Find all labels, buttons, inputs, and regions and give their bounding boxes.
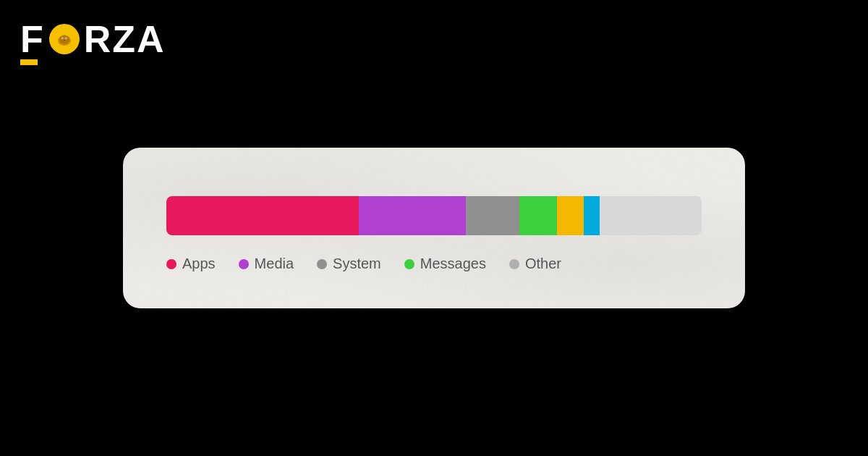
legend-item-system: System <box>317 256 381 272</box>
legend-label-other: Other <box>525 256 561 272</box>
bar-segment-cyan <box>584 196 600 235</box>
legend-item-media: Media <box>239 256 294 272</box>
svg-point-6 <box>62 38 63 39</box>
storage-card: AppsMediaSystemMessagesOther <box>123 148 745 308</box>
legend-label-media: Media <box>255 256 294 272</box>
legend-dot-other <box>509 259 519 269</box>
svg-point-7 <box>66 38 67 39</box>
svg-point-8 <box>64 40 65 41</box>
bar-segment-yellow <box>557 196 584 235</box>
storage-bar <box>166 196 702 235</box>
bar-segment-apps <box>166 196 359 235</box>
legend-dot-media <box>239 259 249 269</box>
legend-dot-system <box>317 259 327 269</box>
bar-segment-system <box>466 196 519 235</box>
legend-dot-messages <box>404 259 414 269</box>
legend-item-other: Other <box>509 256 561 272</box>
logo-vertelt <box>20 59 38 65</box>
bar-segment-empty <box>600 196 702 235</box>
legend-item-messages: Messages <box>404 256 486 272</box>
legend-dot-apps <box>166 259 176 269</box>
bar-segment-messages <box>519 196 557 235</box>
legend-label-system: System <box>333 256 381 272</box>
lion-icon <box>49 24 80 54</box>
bar-segment-media <box>359 196 466 235</box>
logo-forza: F RZA <box>20 20 166 58</box>
legend-item-apps: Apps <box>166 256 216 272</box>
storage-legend: AppsMediaSystemMessagesOther <box>166 256 702 272</box>
legend-label-apps: Apps <box>182 256 216 272</box>
legend-label-messages: Messages <box>420 256 486 272</box>
logo: F RZA <box>20 20 166 65</box>
